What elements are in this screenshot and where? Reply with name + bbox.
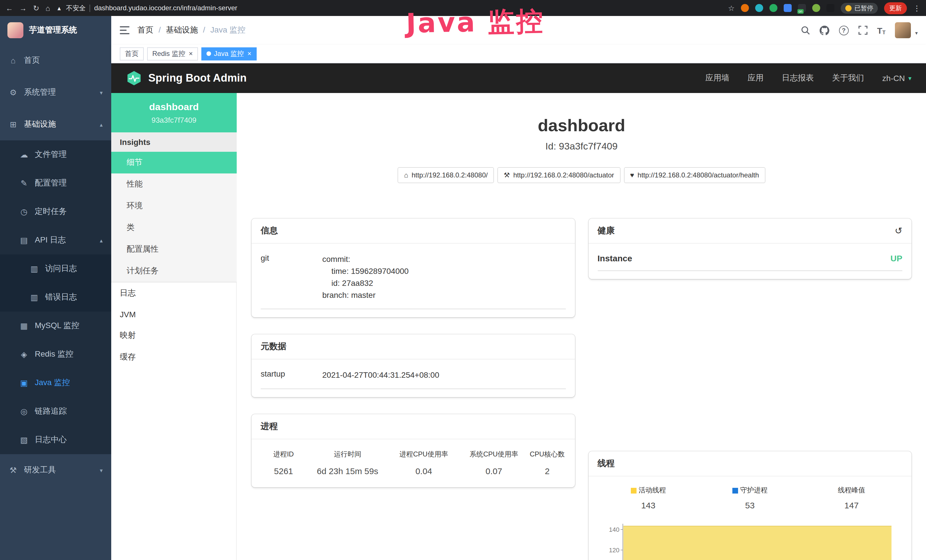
extension-icon-4[interactable] xyxy=(784,4,792,12)
sba-locale-select[interactable]: zh-CN ▾ xyxy=(882,74,911,83)
tab-java-monitor[interactable]: Java 监控 × xyxy=(201,47,256,60)
sba-brand-title[interactable]: Spring Boot Admin xyxy=(148,72,247,85)
tab-home[interactable]: 首页 xyxy=(120,47,144,60)
app-sidebar: 芋道管理系统 ⌂ 首页 ⚙ 系统管理 ▾ ⊞ 基础设施 ▴ xyxy=(0,16,111,560)
extension-icon-5[interactable]: on xyxy=(798,4,806,12)
extension-icon-6[interactable] xyxy=(812,4,820,12)
paused-label: 已暂停 xyxy=(855,4,873,12)
y-tick: 120 xyxy=(608,546,619,554)
legend-value: 143 xyxy=(598,500,699,510)
health-card: 健康 ↺ Instance UP xyxy=(589,218,911,279)
error-log-icon: ▥ xyxy=(30,293,39,302)
label: API 日志 xyxy=(35,235,66,245)
sba-menu-mappings[interactable]: 映射 xyxy=(111,325,237,346)
actuator-url-link[interactable]: ⚒ http://192.168.0.2:48080/actuator xyxy=(497,167,620,183)
close-icon[interactable]: × xyxy=(189,50,193,57)
sidebar-item-error-logs[interactable]: ▥ 错误日志 xyxy=(0,283,111,312)
sidebar-item-dev-tools[interactable]: ⚒ 研发工具 ▾ xyxy=(0,454,111,486)
sba-menu-logs[interactable]: 日志 xyxy=(111,282,237,304)
sba-instance-header[interactable]: dashboard 93a3fc7f7409 xyxy=(111,93,237,132)
instance-url-link[interactable]: ⌂ http://192.168.0.2:48080/ xyxy=(398,167,494,183)
row-label: startup xyxy=(261,369,322,381)
access-log-icon: ▥ xyxy=(30,264,39,273)
help-icon[interactable]: ? xyxy=(839,26,849,35)
reload-icon[interactable]: ↻ xyxy=(33,4,39,12)
health-url-link[interactable]: ♥ http://192.168.0.2:48080/actuator/heal… xyxy=(624,167,765,183)
search-icon[interactable] xyxy=(801,26,810,35)
sidebar-item-redis-monitor[interactable]: ◈ Redis 监控 xyxy=(0,340,111,369)
health-instance-label: Instance xyxy=(598,253,632,263)
sba-menu-performance[interactable]: 性能 xyxy=(111,173,237,195)
chevron-up-icon: ▴ xyxy=(100,237,103,243)
health-card-header: 健康 ↺ xyxy=(589,218,911,244)
extension-icon-3[interactable] xyxy=(769,4,778,12)
sidebar-item-infrastructure[interactable]: ⊞ 基础设施 ▴ xyxy=(0,108,111,140)
extension-icon-1[interactable] xyxy=(741,4,749,12)
address-bar[interactable]: ▲ 不安全 dashboard.yudao.iocoder.cn/infra/a… xyxy=(56,4,722,12)
sba-navbar: Spring Boot Admin 应用墙 应用 日志报表 关于我们 zh-CN… xyxy=(111,64,926,93)
sba-nav-about[interactable]: 关于我们 xyxy=(832,73,864,83)
sidebar-item-file-management[interactable]: ☁ 文件管理 xyxy=(0,140,111,169)
sba-menu-classes[interactable]: 类 xyxy=(111,217,237,239)
hamburger-icon[interactable] xyxy=(120,26,130,34)
sba-menu-caches[interactable]: 缓存 xyxy=(111,346,237,368)
sba-menu-config-props[interactable]: 配置属性 xyxy=(111,239,237,260)
breadcrumb-infrastructure[interactable]: 基础设施 xyxy=(153,25,198,35)
browser-menu-icon[interactable]: ⋮ xyxy=(913,4,921,12)
sidebar-item-log-center[interactable]: ▧ 日志中心 xyxy=(0,425,111,454)
sidebar-item-config-management[interactable]: ✎ 配置管理 xyxy=(0,169,111,197)
label: 错误日志 xyxy=(45,292,77,303)
extension-icon-2[interactable] xyxy=(755,4,763,12)
sidebar-item-scheduled-jobs[interactable]: ◷ 定时任务 xyxy=(0,197,111,226)
user-avatar[interactable] xyxy=(895,22,911,38)
sidebar-item-access-logs[interactable]: ▥ 访问日志 xyxy=(0,254,111,283)
bookmark-star-icon[interactable]: ☆ xyxy=(728,4,735,12)
table-row: Instance UP xyxy=(598,246,902,271)
security-warning-icon: ▲ xyxy=(56,5,62,11)
sba-menu-details[interactable]: 细节 xyxy=(111,152,237,173)
legend-peak: 线程峰值 147 xyxy=(801,486,902,510)
sba-nav-journal[interactable]: 日志报表 xyxy=(782,73,814,83)
instance-links: ⌂ http://192.168.0.2:48080/ ⚒ http://192… xyxy=(251,167,911,183)
sba-nav-applications[interactable]: 应用 xyxy=(748,73,764,83)
sidebar-item-home[interactable]: ⌂ 首页 xyxy=(0,44,111,76)
breadcrumb-home[interactable]: 首页 xyxy=(138,25,153,35)
tab-redis-monitor[interactable]: Redis 监控 × xyxy=(147,47,198,60)
font-size-icon[interactable]: TT xyxy=(877,26,885,35)
browser-home-icon[interactable]: ⌂ xyxy=(45,4,50,12)
browser-update-button[interactable]: 更新 xyxy=(884,2,907,14)
back-icon[interactable]: ← xyxy=(6,4,13,12)
app-title: 芋道管理系统 xyxy=(29,25,77,35)
y-tick: 140 xyxy=(608,526,619,533)
sba-nav-links: 应用墙 应用 日志报表 关于我们 zh-CN ▾ xyxy=(705,73,911,83)
close-icon[interactable]: × xyxy=(247,50,251,57)
sidebar-item-java-monitor[interactable]: ▣ Java 监控 xyxy=(0,369,111,397)
github-icon[interactable] xyxy=(820,26,829,35)
link-url: http://192.168.0.2:48080/actuator/health xyxy=(638,171,759,179)
sba-menu-jvm[interactable]: JVM xyxy=(111,304,237,325)
infrastructure-submenu: ☁ 文件管理 ✎ 配置管理 ◷ 定时任务 ▤ API 日志 ▴ xyxy=(0,140,111,454)
redis-icon: ◈ xyxy=(20,350,29,359)
history-icon[interactable]: ↺ xyxy=(895,226,902,236)
sba-menu-scheduled-tasks[interactable]: 计划任务 xyxy=(111,260,237,282)
app-logo[interactable]: 芋道管理系统 xyxy=(0,16,111,44)
row-value: 2021-04-27T00:44:31.254+08:00 xyxy=(322,369,566,381)
legend-swatch-yellow xyxy=(631,487,636,493)
sidebar-item-system[interactable]: ⚙ 系统管理 ▾ xyxy=(0,76,111,108)
user-menu-caret-icon[interactable]: ▾ xyxy=(915,30,918,36)
paused-badge[interactable]: 已暂停 xyxy=(841,3,878,14)
java-monitor-icon: ▣ xyxy=(20,378,29,387)
git-commit-line: commit: xyxy=(322,253,566,265)
sidebar-item-api-logs[interactable]: ▤ API 日志 ▴ xyxy=(0,226,111,254)
legend-label: 线程峰值 xyxy=(838,486,865,495)
sidebar-item-mysql-monitor[interactable]: ▦ MySQL 监控 xyxy=(0,312,111,340)
info-card: 信息 git commit: time: 1596289704000 id: 2 xyxy=(251,218,575,317)
extensions-puzzle-icon[interactable] xyxy=(826,4,834,12)
sba-menu-environment[interactable]: 环境 xyxy=(111,195,237,217)
label: 文件管理 xyxy=(35,150,67,160)
label: 访问日志 xyxy=(45,263,77,274)
forward-icon[interactable]: → xyxy=(20,4,27,12)
sba-nav-wall[interactable]: 应用墙 xyxy=(705,73,729,83)
sidebar-item-tracing[interactable]: ◎ 链路追踪 xyxy=(0,397,111,425)
fullscreen-icon[interactable] xyxy=(858,26,867,35)
